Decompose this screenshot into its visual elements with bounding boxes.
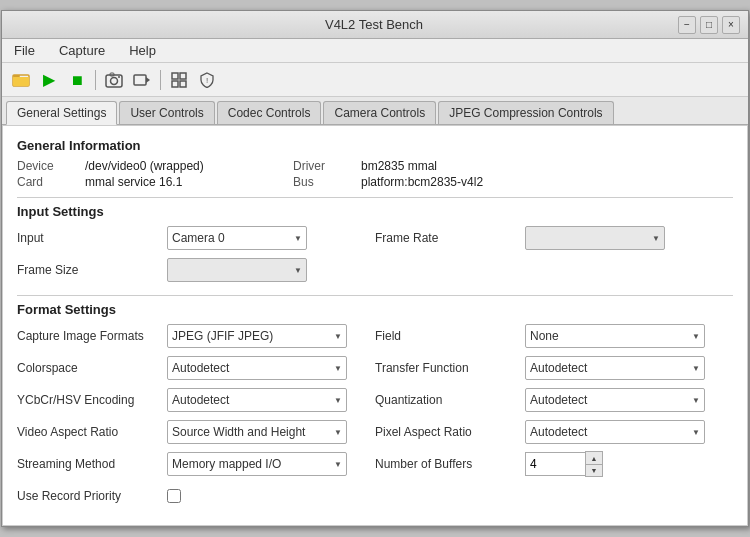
tab-user-controls[interactable]: User Controls <box>119 101 214 124</box>
spinbox-up-button[interactable]: ▲ <box>586 452 602 464</box>
transfer-select[interactable]: Autodetect <box>525 356 705 380</box>
format-col-left-5: Streaming Method Memory mapped I/O <box>17 451 375 483</box>
ycbcr-control: Autodetect <box>167 388 347 412</box>
format-col-right-2: Transfer Function Autodetect <box>375 355 733 387</box>
video-aspect-label: Video Aspect Ratio <box>17 425 167 439</box>
toolbar-separator-2 <box>160 70 161 90</box>
frame-rate-label: Frame Rate <box>375 231 525 245</box>
open-button[interactable] <box>8 67 34 93</box>
format-row-2: Colorspace Autodetect Transfer Function <box>17 355 733 387</box>
frame-size-select-wrapper <box>167 258 307 282</box>
frame-rate-select[interactable] <box>525 226 665 250</box>
num-buffers-form-row: Number of Buffers ▲ ▼ <box>375 451 733 477</box>
num-buffers-input[interactable] <box>525 452 585 476</box>
menu-capture[interactable]: Capture <box>51 41 113 60</box>
pixel-aspect-label: Pixel Aspect Ratio <box>375 425 525 439</box>
play-button[interactable]: ▶ <box>36 67 62 93</box>
capture-label: Capture Image Formats <box>17 329 167 343</box>
grid-button[interactable] <box>166 67 192 93</box>
format-col-left-2: Colorspace Autodetect <box>17 355 375 387</box>
general-info-title: General Information <box>17 138 733 153</box>
streaming-control: Memory mapped I/O <box>167 452 347 476</box>
ycbcr-form-row: YCbCr/HSV Encoding Autodetect <box>17 387 375 413</box>
pixel-aspect-select-wrapper: Autodetect <box>525 420 705 444</box>
minimize-button[interactable]: − <box>678 16 696 34</box>
format-col-right-3: Quantization Autodetect <box>375 387 733 419</box>
tab-camera-controls[interactable]: Camera Controls <box>323 101 436 124</box>
close-button[interactable]: × <box>722 16 740 34</box>
video-aspect-select-wrapper: Source Width and Height <box>167 420 347 444</box>
use-record-checkbox[interactable] <box>167 489 181 503</box>
pixel-aspect-control: Autodetect <box>525 420 705 444</box>
record-button[interactable] <box>129 67 155 93</box>
transfer-select-wrapper: Autodetect <box>525 356 705 380</box>
bus-label: Bus <box>293 175 353 189</box>
snapshot-button[interactable] <box>101 67 127 93</box>
field-select[interactable]: None <box>525 324 705 348</box>
window-title: V4L2 Test Bench <box>70 17 678 32</box>
input-select-wrapper: Camera 0 <box>167 226 307 250</box>
format-row-1: Capture Image Formats JPEG (JFIF JPEG) F… <box>17 323 733 355</box>
spinbox-down-button[interactable]: ▼ <box>586 464 602 476</box>
menu-file[interactable]: File <box>6 41 43 60</box>
frame-rate-select-wrapper <box>525 226 665 250</box>
device-label: Device <box>17 159 77 173</box>
info-icon: ! <box>199 72 215 88</box>
use-record-label: Use Record Priority <box>17 489 167 503</box>
spinbox-buttons: ▲ ▼ <box>585 451 603 477</box>
tab-jpeg-controls[interactable]: JPEG Compression Controls <box>438 101 613 124</box>
capture-control: JPEG (JFIF JPEG) <box>167 324 347 348</box>
field-select-wrapper: None <box>525 324 705 348</box>
record-icon <box>133 72 151 88</box>
play-icon: ▶ <box>43 70 55 89</box>
ycbcr-select[interactable]: Autodetect <box>167 388 347 412</box>
use-record-form-row: Use Record Priority <box>17 483 733 509</box>
svg-point-6 <box>118 76 120 78</box>
card-value: mmal service 16.1 <box>85 175 285 189</box>
ycbcr-select-wrapper: Autodetect <box>167 388 347 412</box>
video-aspect-form-row: Video Aspect Ratio Source Width and Heig… <box>17 419 375 445</box>
format-col-left-3: YCbCr/HSV Encoding Autodetect <box>17 387 375 419</box>
colorspace-form-row: Colorspace Autodetect <box>17 355 375 381</box>
frame-size-select[interactable] <box>167 258 307 282</box>
transfer-control: Autodetect <box>525 356 705 380</box>
quantization-label: Quantization <box>375 393 525 407</box>
num-buffers-label: Number of Buffers <box>375 457 525 471</box>
bus-value: platform:bcm2835-v4l2 <box>361 175 733 189</box>
input-label: Input <box>17 231 167 245</box>
video-aspect-select[interactable]: Source Width and Height <box>167 420 347 444</box>
frame-rate-control <box>525 226 665 250</box>
input-select[interactable]: Camera 0 <box>167 226 307 250</box>
svg-point-4 <box>111 77 118 84</box>
pixel-aspect-select[interactable]: Autodetect <box>525 420 705 444</box>
title-bar: V4L2 Test Bench − □ × <box>2 11 748 39</box>
camera-icon <box>105 72 123 88</box>
format-col-right-1: Field None <box>375 323 733 355</box>
input-row: Input Camera 0 Frame Size <box>17 225 733 289</box>
colorspace-select[interactable]: Autodetect <box>167 356 347 380</box>
input-settings-title: Input Settings <box>17 204 733 219</box>
main-content: General Information Device /dev/video0 (… <box>2 125 748 526</box>
info-button[interactable]: ! <box>194 67 220 93</box>
toolbar: ▶ ⏹ <box>2 63 748 97</box>
format-col-left-4: Video Aspect Ratio Source Width and Heig… <box>17 419 375 451</box>
maximize-button[interactable]: □ <box>700 16 718 34</box>
tab-general[interactable]: General Settings <box>6 101 117 125</box>
format-settings-title: Format Settings <box>17 302 733 317</box>
driver-label: Driver <box>293 159 353 173</box>
video-aspect-control: Source Width and Height <box>167 420 347 444</box>
menu-bar: File Capture Help <box>2 39 748 63</box>
capture-select[interactable]: JPEG (JFIF JPEG) <box>167 324 347 348</box>
menu-help[interactable]: Help <box>121 41 164 60</box>
transfer-label: Transfer Function <box>375 361 525 375</box>
format-col-right-5: Number of Buffers ▲ ▼ <box>375 451 733 483</box>
svg-rect-11 <box>172 81 178 87</box>
stop-button[interactable]: ⏹ <box>64 67 90 93</box>
divider-2 <box>17 295 733 296</box>
streaming-form-row: Streaming Method Memory mapped I/O <box>17 451 375 477</box>
capture-select-wrapper: JPEG (JFIF JPEG) <box>167 324 347 348</box>
format-row-4: Video Aspect Ratio Source Width and Heig… <box>17 419 733 451</box>
tab-codec-controls[interactable]: Codec Controls <box>217 101 322 124</box>
quantization-select[interactable]: Autodetect <box>525 388 705 412</box>
streaming-select[interactable]: Memory mapped I/O <box>167 452 347 476</box>
